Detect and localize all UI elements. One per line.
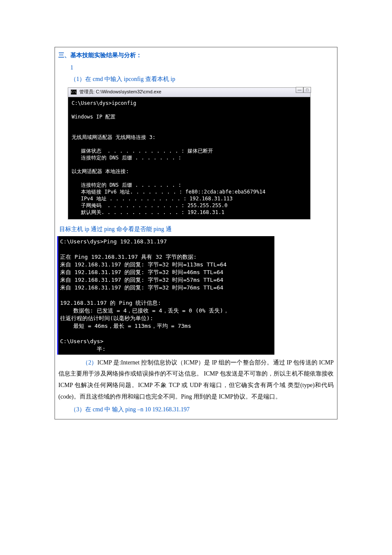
document-page: 三、基本技能实验结果与分析： 1 （1）在 cmd 中输入 ipconfig 查… — [0, 0, 392, 436]
step-2-body: ICMP 是:Internet 控制信息协议（ICMP）是 IP 组的一个整合部… — [58, 359, 334, 400]
cmd-output-ping: C:\Users\dys>Ping 192.168.31.197 正在 Ping… — [57, 236, 274, 355]
cmd-window-title: 管理员: C:\Windows\system32\cmd.exe — [79, 88, 161, 96]
step-2-prefix: （2） — [58, 359, 98, 366]
cmd-output-ipconfig: C:\Users\dys>ipconfig Windows IP 配置 无线局域… — [68, 97, 310, 219]
item-number-1: 1 — [58, 62, 334, 73]
step-3: （3）在 cmd 中 输入 ping –n 10 192.168.31.197 — [58, 404, 334, 415]
cmd-titlebar: C:\ 管理员: C:\Windows\system32\cmd.exe — □ — [68, 88, 310, 97]
step-3-body: 在 cmd 中 输入 ping –n 10 192.168.31.197 — [85, 406, 190, 413]
window-buttons: — □ — [296, 87, 311, 93]
maximize-button[interactable]: □ — [303, 87, 311, 93]
content-frame: 三、基本技能实验结果与分析： 1 （1）在 cmd 中输入 ipconfig 查… — [55, 47, 337, 419]
cmd-icon-text: C:\ — [71, 91, 77, 94]
paragraph-icmp: （2）ICMP 是:Internet 控制信息协议（ICMP）是 IP 组的一个… — [58, 357, 334, 402]
cmd-window-ipconfig: C:\ 管理员: C:\Windows\system32\cmd.exe — □… — [68, 87, 311, 220]
cmd-icon: C:\ — [71, 90, 77, 95]
step-3-prefix: （3） — [70, 406, 85, 413]
ping-caption: 目标主机 ip 通过 ping 命令看是否能 ping 通 — [58, 224, 334, 234]
section-title: 三、基本技能实验结果与分析： — [58, 50, 334, 61]
step-1-text: （1）在 cmd 中输入 ipconfig 查看本机 ip — [58, 74, 334, 84]
minimize-button[interactable]: — — [296, 87, 303, 93]
